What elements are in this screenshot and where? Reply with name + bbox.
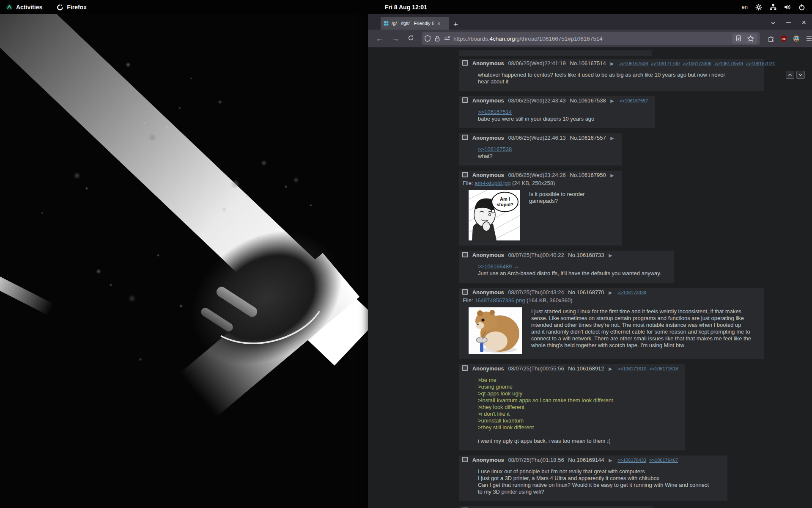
post-message: >>106167514babe you were still in your d… — [478, 109, 642, 122]
new-tab-button[interactable]: + — [453, 20, 458, 28]
backlink[interactable]: >>106173306 — [683, 61, 711, 66]
poster-name: Anonymous — [472, 365, 504, 372]
poster-name: Anonymous — [472, 457, 504, 463]
post-menu-icon[interactable]: ▶ — [609, 290, 612, 295]
post-body: whatever happened to centos? feels like … — [461, 67, 760, 89]
bookmark-star-icon[interactable] — [747, 35, 754, 42]
gnome-top-bar: Activities Firefox Fri 8 Aug 12:01 en — [0, 0, 812, 14]
tracking-shield-icon[interactable] — [424, 35, 431, 42]
greentext-line: >uninstall kvantum — [478, 417, 672, 424]
hamburger-menu-icon[interactable] — [806, 35, 812, 42]
post-number[interactable]: No.106168733 — [568, 252, 604, 258]
post-text-line: what? — [478, 153, 609, 160]
post-body: Am I stupid? Is it possible to reorder g… — [461, 187, 618, 244]
backlink[interactable]: >>106173339 — [617, 290, 646, 295]
lock-icon[interactable] — [434, 35, 441, 42]
post-checkbox[interactable] — [462, 135, 468, 140]
file-name-link[interactable]: am-i-stupid.jpg — [475, 180, 510, 186]
post-message: >be me>using gnome>qt apps look ugly>ins… — [478, 377, 672, 444]
post-header: Anonymous 08/06/25(Wed)22:43:43 No.10616… — [461, 97, 651, 105]
url-text[interactable]: https://boards.4chan.org/g/thread/106166… — [453, 36, 729, 42]
post-checkbox[interactable] — [462, 289, 468, 295]
goggles-extension-icon[interactable] — [793, 35, 800, 42]
reader-mode-icon[interactable] — [735, 35, 742, 42]
post-checkbox[interactable] — [462, 97, 468, 103]
svg-text:Am I: Am I — [500, 196, 510, 202]
post-checkbox[interactable] — [462, 252, 468, 257]
power-icon[interactable] — [798, 4, 805, 11]
network-icon[interactable] — [770, 4, 776, 11]
post-body: >be me>using gnome>qt apps look ugly>ins… — [461, 373, 681, 449]
quote-link[interactable]: >>106167538 — [478, 146, 512, 152]
post: Anonymous 08/07/25(Thu)00:43:24 No.10616… — [459, 288, 764, 359]
ublock-origin-icon[interactable]: UO — [780, 35, 787, 42]
post-number[interactable]: No.106168912 — [568, 365, 604, 372]
backlink[interactable]: >>106176549 — [714, 61, 743, 66]
post-header: Anonymous 08/07/25(Thu)01:18:56 No.10616… — [461, 456, 723, 464]
backlink[interactable]: >>106167557 — [619, 98, 648, 103]
backlink[interactable]: >>106171730 — [651, 61, 680, 66]
backlink[interactable]: >>106167538 — [619, 61, 648, 66]
quote-link[interactable]: >>106167514 — [478, 109, 512, 115]
tab-overflow-chevron-icon[interactable] — [770, 20, 776, 26]
backlink[interactable]: >>106176433 — [617, 458, 646, 463]
post-number[interactable]: No.106167514 — [570, 60, 606, 66]
scroll-up-button[interactable] — [786, 71, 794, 79]
backlink[interactable]: >>106176467 — [649, 458, 678, 463]
post: Anonymous 08/06/25(Wed)22:41:19 No.10616… — [459, 59, 764, 91]
post-checkbox[interactable] — [462, 457, 468, 462]
quote-link[interactable]: >>106166489 → — [478, 263, 519, 270]
post-menu-icon[interactable]: ▶ — [610, 135, 614, 141]
post-menu-icon[interactable]: ▶ — [610, 61, 614, 66]
backlink[interactable]: >>106171618 — [649, 366, 678, 371]
post-text-line: >>106167514 — [478, 109, 642, 116]
poster-name: Anonymous — [472, 97, 504, 104]
backlink[interactable]: >>106171610 — [617, 366, 646, 371]
post-datetime: 08/06/25(Wed)22:46:13 — [508, 135, 565, 141]
reload-button[interactable] — [404, 33, 417, 44]
forward-button[interactable]: → — [388, 33, 403, 44]
extensions-puzzle-icon[interactable] — [768, 35, 774, 42]
window-close-button[interactable]: × — [801, 18, 806, 27]
backlink[interactable]: >>106187024 — [746, 61, 775, 66]
scroll-down-button[interactable] — [796, 71, 805, 79]
post-checkbox[interactable] — [462, 172, 468, 177]
post-number[interactable]: No.106167557 — [570, 135, 606, 141]
permissions-icon[interactable] — [444, 35, 450, 42]
back-button[interactable]: ← — [372, 33, 387, 44]
url-domain: 4chan.org — [490, 36, 515, 42]
post-header: Anonymous 08/07/25(Thu)00:55:56 No.10616… — [461, 365, 681, 373]
tab-bar: /g/ - /fglt/ - Friendly GNU/L × + × — [368, 14, 812, 30]
post-checkbox[interactable] — [462, 365, 468, 371]
post-message: >>106167538what? — [478, 146, 609, 160]
file-label: File: — [463, 297, 475, 304]
window-minimize-button[interactable] — [786, 22, 791, 23]
post-number[interactable]: No.106167538 — [570, 97, 606, 104]
volume-icon[interactable] — [784, 4, 791, 11]
keyboard-layout-indicator[interactable]: en — [742, 4, 748, 10]
post-number[interactable]: No.106168770 — [568, 289, 604, 295]
thread-nav-arrows — [786, 71, 805, 79]
post-menu-icon[interactable]: ▶ — [610, 173, 614, 178]
navigation-toolbar: ← → https://boards.4chan.org/g/thread/10… — [368, 30, 812, 48]
screen: Activities Firefox Fri 8 Aug 12:01 en — [0, 0, 812, 508]
file-name-link[interactable]: 1649748567336.png — [475, 297, 525, 304]
post-menu-icon[interactable]: ▶ — [609, 458, 612, 463]
clock[interactable]: Fri 8 Aug 12:01 — [0, 4, 812, 11]
post-header: Anonymous 08/06/25(Wed)23:24:26 No.10616… — [461, 171, 618, 179]
post-thumbnail[interactable]: Am I stupid? — [469, 190, 520, 240]
post-number[interactable]: No.106169144 — [568, 457, 604, 463]
post-backlinks: >>106173339 — [617, 289, 649, 295]
url-bar[interactable]: https://boards.4chan.org/g/thread/106166… — [422, 32, 760, 45]
post-menu-icon[interactable]: ▶ — [609, 366, 612, 371]
post-thumbnail[interactable] — [469, 307, 522, 354]
post-checkbox[interactable] — [462, 60, 468, 66]
post-number[interactable]: No.106167950 — [570, 172, 606, 178]
settings-gear-icon[interactable] — [755, 4, 762, 11]
post-datetime: 08/06/25(Wed)22:41:19 — [508, 60, 565, 66]
tab-close-icon[interactable]: × — [436, 20, 442, 27]
browser-tab[interactable]: /g/ - /fglt/ - Friendly GNU/L × — [381, 17, 449, 30]
post-menu-icon[interactable]: ▶ — [609, 253, 612, 258]
post-backlinks: >>106167557 — [619, 97, 651, 104]
post-menu-icon[interactable]: ▶ — [610, 98, 614, 103]
